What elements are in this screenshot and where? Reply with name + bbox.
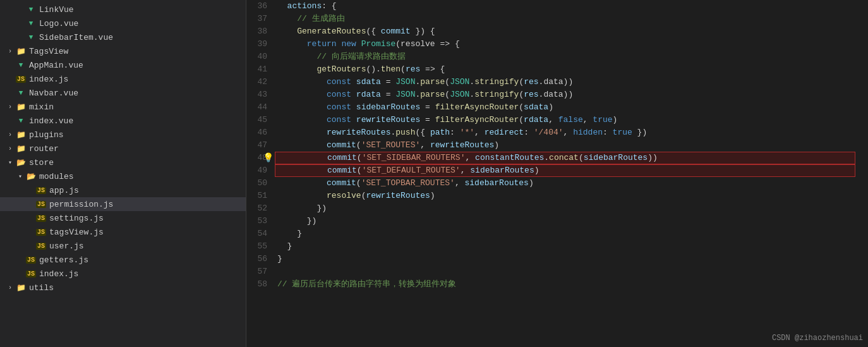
sidebar-item-SidebarItem-vue[interactable]: ▼SidebarItem.vue (0, 30, 246, 44)
sidebar-item-AppMain-vue[interactable]: ▼AppMain.vue (0, 58, 246, 72)
line-number: 40 (251, 51, 267, 63)
sidebar-item-getters-js[interactable]: JSgetters.js (0, 253, 246, 267)
code-text: commit('SET_TOPBAR_ROUTES', sidebarRoute… (277, 177, 534, 190)
sidebar-item-label: utils (29, 283, 54, 293)
code-text: } (277, 253, 282, 265)
code-text: rewriteRoutes.push({ path: '*', redirect… (277, 126, 647, 139)
code-line: } (275, 253, 855, 265)
code-line: }) (275, 202, 855, 215)
sidebar-item-store[interactable]: ▾📂store (0, 155, 246, 169)
code-text: // 遍历后台传来的路由字符串，转换为组件对象 (277, 278, 456, 291)
sidebar-item-label: getters.js (39, 255, 88, 265)
sidebar-item-Navbar-vue[interactable]: ▼Navbar.vue (0, 86, 246, 100)
sidebar-item-LinkVue[interactable]: ▼LinkVue (0, 3, 246, 16)
line-number: 46 (251, 126, 267, 139)
chevron-right-icon: › (5, 48, 15, 55)
code-text: GenerateRoutes({ commit }) { (277, 25, 435, 38)
sidebar-item-index-vue[interactable]: ▼index.vue (0, 114, 246, 128)
js-file-icon: JS (25, 271, 37, 277)
sidebar-item-label: tagsView.js (49, 228, 104, 237)
line-number: 50 (251, 177, 267, 190)
sidebar-item-index-js[interactable]: JSindex.js (0, 267, 246, 281)
code-area: 3637383940414243444546474849505152535455… (246, 0, 868, 347)
sidebar-item-mixin[interactable]: ›📁mixin (0, 100, 246, 114)
line-number: 56 (251, 253, 267, 265)
sidebar-item-settings-js[interactable]: JSsettings.js (0, 211, 246, 225)
line-number: 36 (251, 0, 267, 13)
js-file-icon: JS (15, 76, 27, 83)
sidebar-item-label: TagsView (29, 47, 68, 56)
code-line: } (275, 240, 855, 253)
code-text: commit('SET_ROUTES', rewriteRoutes) (277, 139, 499, 152)
code-text: getRouters().then(res => { (277, 63, 445, 76)
code-text: commit('SET_DEFAULT_ROUTES', sidebarRout… (278, 164, 539, 177)
sidebar-item-utils[interactable]: ›📁utils (0, 281, 246, 295)
sidebar-item-permission-js[interactable]: JSpermission.js (0, 197, 246, 211)
line-number: 51 (251, 190, 267, 202)
code-line: // 向后端请求路由数据 (275, 51, 855, 63)
sidebar-item-modules[interactable]: ▾📂modules (0, 169, 246, 183)
code-text: } (277, 228, 302, 240)
line-number: 39 (251, 38, 267, 51)
sidebar-item-router[interactable]: ›📁router (0, 142, 246, 155)
sidebar-item-TagsView[interactable]: ›📁TagsView (0, 44, 246, 58)
js-file-icon: JS (35, 229, 47, 236)
line-numbers: 3637383940414243444546474849505152535455… (246, 0, 275, 347)
vue-file-icon: ▼ (25, 33, 37, 41)
code-text: const rewriteRoutes = filterAsyncRouter(… (277, 114, 617, 126)
sidebar-item-label: router (29, 144, 59, 154)
sidebar-item-label: app.js (49, 186, 79, 195)
code-line: commit('SET_ROUTES', rewriteRoutes) (275, 139, 855, 152)
sidebar-item-Logo-vue[interactable]: ▼Logo.vue (0, 16, 246, 30)
sidebar-item-label: SidebarItem.vue (39, 33, 113, 42)
line-number: 55 (251, 240, 267, 253)
code-line: GenerateRoutes({ commit }) { (275, 25, 855, 38)
sidebar-item-label: index.vue (29, 116, 73, 126)
js-file-icon: JS (35, 201, 47, 208)
sidebar-item-label: modules (39, 172, 74, 181)
lightbulb-icon[interactable]: 💡 (263, 152, 274, 164)
sidebar-item-label: permission.js (49, 200, 113, 209)
folder-icon: 📁 (15, 130, 27, 140)
code-line: getRouters().then(res => { (275, 63, 855, 76)
code-line: actions: { (275, 0, 855, 13)
folder-icon: 📁 (15, 47, 27, 56)
code-line: // 遍历后台传来的路由字符串，转换为组件对象 (275, 278, 855, 291)
sidebar-item-label: index.js (39, 269, 78, 279)
code-text: }) (277, 202, 327, 215)
code-text: // 生成路由 (277, 13, 345, 25)
vue-file-icon: ▼ (15, 61, 27, 69)
js-file-icon: JS (35, 215, 47, 222)
code-line: const rewriteRoutes = filterAsyncRouter(… (275, 114, 855, 126)
line-number: 44 (251, 101, 267, 114)
sidebar-item-app-js[interactable]: JSapp.js (0, 183, 246, 197)
chevron-right-icon: › (5, 145, 15, 152)
code-text: // 向后端请求路由数据 (277, 51, 406, 63)
code-line: // 生成路由 (275, 13, 855, 25)
sidebar-item-label: plugins (29, 130, 64, 140)
code-line: }) (275, 215, 855, 228)
sidebar-item-label: store (29, 158, 54, 167)
code-content: actions: { // 生成路由 GenerateRoutes({ comm… (275, 0, 868, 347)
code-text: const sidebarRoutes = filterAsyncRouter(… (277, 101, 553, 114)
file-explorer[interactable]: ▼LinkVue▼Logo.vue▼SidebarItem.vue›📁TagsV… (0, 0, 246, 347)
sidebar-item-plugins[interactable]: ›📁plugins (0, 128, 246, 142)
sidebar-item-user-js[interactable]: JSuser.js (0, 239, 246, 253)
folder-icon: 📂 (25, 172, 37, 181)
code-line: resolve(rewriteRoutes) (275, 190, 855, 202)
line-number: 47 (251, 139, 267, 152)
code-text: actions: { (277, 0, 337, 13)
code-line: return new Promise(resolve => { (275, 38, 855, 51)
chevron-down-icon: ▾ (5, 159, 15, 166)
code-editor: 3637383940414243444546474849505152535455… (246, 0, 868, 347)
code-line: commit('SET_DEFAULT_ROUTES', sidebarRout… (275, 164, 855, 177)
code-text: commit('SET_SIDEBAR_ROUTERS', constantRo… (278, 152, 658, 164)
sidebar-item-index-js[interactable]: JSindex.js (0, 72, 246, 86)
vue-file-icon: ▼ (25, 20, 37, 27)
sidebar-item-tagsView-js[interactable]: JStagsView.js (0, 225, 246, 239)
code-line (275, 265, 855, 278)
line-number: 57 (251, 265, 267, 278)
js-file-icon: JS (25, 257, 37, 264)
chevron-right-icon: › (5, 104, 15, 111)
line-number: 49 (251, 164, 267, 177)
